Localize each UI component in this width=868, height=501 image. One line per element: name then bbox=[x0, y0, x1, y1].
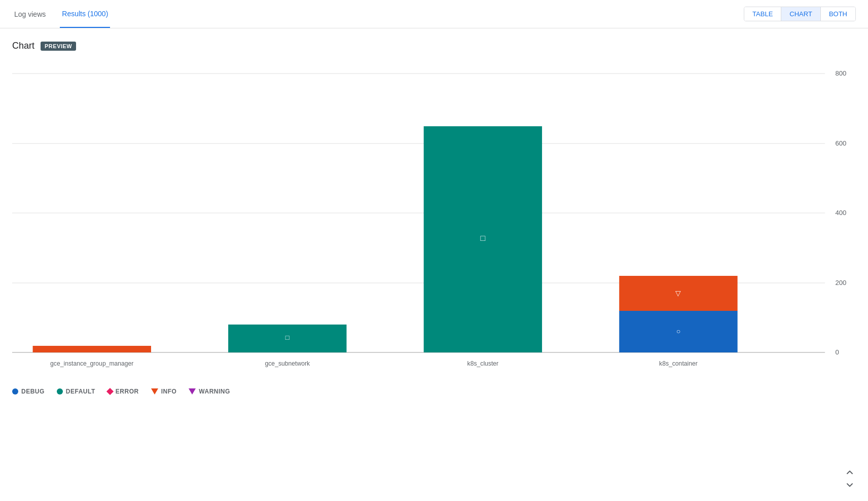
svg-text:600: 600 bbox=[835, 139, 846, 147]
svg-text:○: ○ bbox=[676, 327, 681, 335]
chart-header: Chart PREVIEW bbox=[12, 41, 856, 51]
svg-text:gce_subnetwork: gce_subnetwork bbox=[265, 360, 311, 367]
svg-text:k8s_container: k8s_container bbox=[659, 360, 698, 367]
bar-chart: 800 600 400 200 0 ▽ gce_instance_group_m… bbox=[12, 63, 856, 378]
default-label: DEFAULT bbox=[66, 388, 95, 395]
svg-text:gce_instance_group_manager: gce_instance_group_manager bbox=[50, 360, 133, 367]
chevron-up-icon bbox=[844, 467, 856, 479]
error-icon bbox=[106, 388, 114, 395]
info-label: INFO bbox=[161, 388, 177, 395]
svg-text:□: □ bbox=[480, 233, 485, 242]
scroll-chevron[interactable] bbox=[844, 467, 856, 491]
svg-text:800: 800 bbox=[835, 69, 846, 77]
view-toggle-group: TABLE CHART BOTH bbox=[744, 7, 856, 21]
legend-error: ERROR bbox=[107, 388, 139, 395]
chart-wrapper: 800 600 400 200 0 ▽ gce_instance_group_m… bbox=[12, 63, 856, 380]
chart-title: Chart bbox=[12, 41, 34, 51]
log-views-tab[interactable]: Log views bbox=[12, 0, 48, 28]
error-label: ERROR bbox=[116, 388, 139, 395]
top-nav: Log views Results (1000) TABLE CHART BOT… bbox=[0, 0, 868, 28]
warning-icon bbox=[189, 388, 196, 395]
svg-text:□: □ bbox=[285, 334, 290, 341]
default-icon bbox=[57, 388, 63, 395]
chart-button[interactable]: CHART bbox=[781, 7, 821, 21]
svg-text:400: 400 bbox=[835, 209, 846, 217]
legend-warning: WARNING bbox=[189, 388, 230, 395]
legend-info: INFO bbox=[151, 388, 177, 395]
chevron-down-icon bbox=[844, 479, 856, 491]
chart-section: Chart PREVIEW 800 600 400 200 0 bbox=[0, 28, 868, 380]
chart-legend: DEBUG DEFAULT ERROR INFO WARNING bbox=[0, 380, 868, 403]
svg-text:k8s_cluster: k8s_cluster bbox=[467, 360, 499, 367]
debug-icon bbox=[12, 388, 18, 395]
svg-text:0: 0 bbox=[835, 348, 839, 356]
preview-badge: PREVIEW bbox=[41, 42, 76, 51]
svg-text:200: 200 bbox=[835, 279, 846, 287]
both-button[interactable]: BOTH bbox=[821, 7, 855, 21]
warning-label: WARNING bbox=[199, 388, 230, 395]
debug-label: DEBUG bbox=[21, 388, 45, 395]
results-tab[interactable]: Results (1000) bbox=[60, 0, 110, 28]
svg-text:▽: ▽ bbox=[675, 289, 681, 297]
legend-default: DEFAULT bbox=[57, 388, 95, 395]
info-icon bbox=[151, 388, 158, 395]
table-button[interactable]: TABLE bbox=[744, 7, 781, 21]
svg-text:▽: ▽ bbox=[90, 347, 94, 352]
legend-debug: DEBUG bbox=[12, 388, 45, 395]
